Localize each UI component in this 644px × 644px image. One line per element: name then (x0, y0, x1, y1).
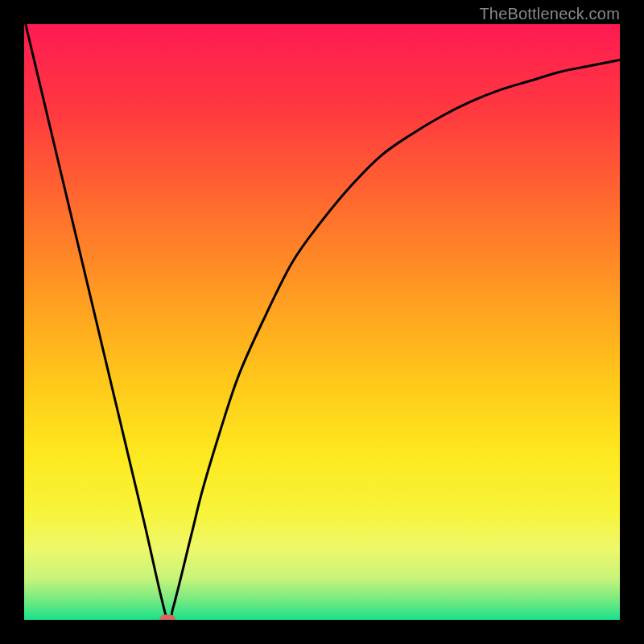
watermark-text: TheBottleneck.com (479, 5, 620, 23)
plot-area (24, 24, 620, 620)
bottleneck-curve (24, 24, 620, 620)
optimal-point-marker (159, 615, 175, 621)
chart-frame: TheBottleneck.com (0, 0, 644, 644)
